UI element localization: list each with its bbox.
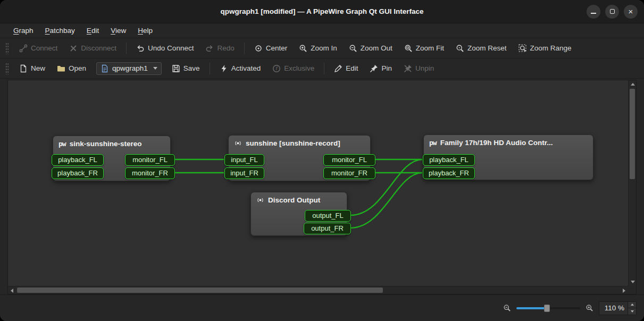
node-header: pw sink-sunshine-stereo	[53, 136, 170, 150]
zoom-slider[interactable]	[516, 303, 580, 313]
port-input[interactable]: playback_FR	[423, 167, 475, 179]
pin-button[interactable]: Pin	[365, 61, 397, 76]
menu-help[interactable]: Help	[132, 25, 158, 36]
chevron-down-icon	[153, 67, 157, 70]
port-output[interactable]: monitor_FL	[125, 154, 175, 166]
graph-node-family-audio[interactable]: pw Family 17h/19h HD Audio Contr... play…	[423, 134, 593, 180]
connection-lines	[8, 80, 636, 294]
graph-node-discord-output[interactable]: Discord Output output_FL output_FR	[250, 192, 347, 236]
patchbay-selector-value: qpwgraph1	[112, 64, 148, 72]
graph-node-sink-sunshine-stereo[interactable]: pw sink-sunshine-stereo playback_FL play…	[53, 136, 171, 181]
toolbar-separator	[126, 43, 127, 54]
zoom-range-icon	[518, 44, 527, 53]
node-header: pw Family 17h/19h HD Audio Contr...	[424, 135, 593, 149]
audio-record-icon	[234, 139, 242, 147]
vertical-scroll-thumb[interactable]	[630, 89, 635, 179]
statusbar: 110 %	[0, 294, 644, 321]
zoom-out-icon[interactable]	[503, 304, 511, 312]
unpin-icon	[404, 64, 412, 73]
scrollbar-corner	[628, 286, 636, 294]
graph-canvas[interactable]: pw sink-sunshine-stereo playback_FL play…	[7, 80, 637, 294]
zoom-range-button[interactable]: Zoom Range	[514, 41, 576, 56]
port-output[interactable]: output_FR	[304, 223, 351, 234]
zoom-reset-button[interactable]: Zoom Reset	[451, 41, 512, 56]
open-button[interactable]: Open	[52, 61, 91, 76]
connect-label: Connect	[31, 44, 57, 52]
menu-graph[interactable]: Graph	[7, 25, 39, 36]
pipewire-icon: pw	[429, 139, 437, 147]
horizontal-scrollbar[interactable]	[8, 286, 628, 294]
zoom-range-label: Zoom Range	[530, 44, 572, 52]
port-output[interactable]: monitor_FL	[323, 154, 375, 166]
menu-edit[interactable]: Edit	[81, 25, 105, 36]
zoom-spin-down-button[interactable]	[628, 308, 636, 315]
window-title: qpwgraph1 [modified] — A PipeWire Graph …	[220, 7, 423, 15]
zoom-spin-buttons	[628, 302, 636, 315]
exclusive-button[interactable]: f Exclusive	[267, 61, 319, 76]
window-controls: ×	[587, 0, 638, 23]
port-input[interactable]: playback_FL	[423, 154, 475, 166]
port-input[interactable]: input_FL	[224, 154, 264, 166]
graph-node-sunshine[interactable]: sunshine [sunshine-record] input_FL inpu…	[228, 135, 371, 181]
pin-icon	[370, 64, 378, 73]
zoom-out-icon	[349, 44, 357, 53]
zoom-in-icon[interactable]	[586, 304, 593, 312]
port-output[interactable]: monitor_FR	[323, 167, 375, 179]
unpin-button[interactable]: Unpin	[399, 61, 439, 76]
scroll-down-icon[interactable]	[631, 281, 635, 283]
connect-button[interactable]: Connect	[14, 41, 62, 56]
zoom-slider-handle[interactable]	[544, 305, 550, 312]
zoom-spin-up-button[interactable]	[628, 302, 636, 308]
undo-connect-button[interactable]: Undo Connect	[131, 41, 198, 56]
minimize-icon	[591, 13, 596, 14]
activated-button[interactable]: Activated	[215, 61, 266, 76]
scroll-right-icon[interactable]	[623, 289, 625, 293]
exclusive-label: Exclusive	[284, 64, 314, 72]
new-button[interactable]: New	[14, 61, 50, 76]
port-input[interactable]: playback_FR	[52, 167, 104, 179]
zoom-fit-label: Zoom Fit	[416, 44, 444, 52]
port-input[interactable]: playback_FL	[52, 154, 104, 166]
edit-label: Edit	[346, 64, 358, 72]
scroll-left-icon[interactable]	[11, 289, 13, 293]
edit-pencil-icon	[334, 64, 342, 73]
disconnect-button[interactable]: Disconnect	[64, 41, 121, 56]
toolbar-grip[interactable]	[5, 63, 9, 74]
zoom-in-button[interactable]: Zoom In	[294, 41, 342, 56]
connect-icon	[19, 44, 28, 53]
maximize-button[interactable]	[605, 5, 619, 19]
spin-up-icon	[631, 303, 634, 306]
zoom-reset-label: Zoom Reset	[467, 44, 507, 52]
toolbar-patchbay: New Open qpwgraph1 Save Act	[0, 58, 644, 79]
horizontal-scroll-thumb[interactable]	[17, 288, 383, 293]
port-output[interactable]: monitor_FR	[125, 167, 175, 179]
vertical-scrollbar[interactable]	[628, 80, 636, 286]
save-button[interactable]: Save	[167, 61, 205, 76]
exclusive-icon: f	[272, 64, 281, 73]
toolbar-grip[interactable]	[5, 43, 9, 54]
close-button[interactable]: ×	[624, 5, 638, 19]
zoom-fit-button[interactable]: Zoom Fit	[399, 41, 449, 56]
node-header: sunshine [sunshine-record]	[229, 136, 370, 149]
port-input[interactable]: input_FR	[224, 167, 264, 179]
zoom-out-label: Zoom Out	[361, 44, 392, 52]
zoom-out-button[interactable]: Zoom Out	[344, 41, 397, 56]
port-output[interactable]: output_FL	[305, 210, 351, 222]
zoom-spinbox[interactable]: 110 %	[599, 301, 637, 315]
new-file-icon	[19, 64, 28, 73]
maximize-icon	[610, 9, 615, 14]
node-title: Family 17h/19h HD Audio Contr...	[440, 139, 553, 147]
redo-button[interactable]: Redo	[200, 41, 239, 56]
center-button[interactable]: Center	[249, 41, 292, 56]
patchbay-selector[interactable]: qpwgraph1	[96, 62, 162, 75]
menu-patchbay[interactable]: Patchbay	[39, 25, 81, 36]
toolbar-separator	[324, 63, 324, 74]
zoom-in-label: Zoom In	[311, 44, 337, 52]
redo-icon	[205, 44, 214, 53]
menu-view[interactable]: View	[105, 25, 132, 36]
minimize-button[interactable]	[587, 5, 600, 19]
scroll-up-icon[interactable]	[631, 83, 635, 86]
toolbar-separator	[210, 63, 210, 74]
zoom-in-icon	[299, 44, 307, 53]
edit-button[interactable]: Edit	[329, 61, 363, 76]
